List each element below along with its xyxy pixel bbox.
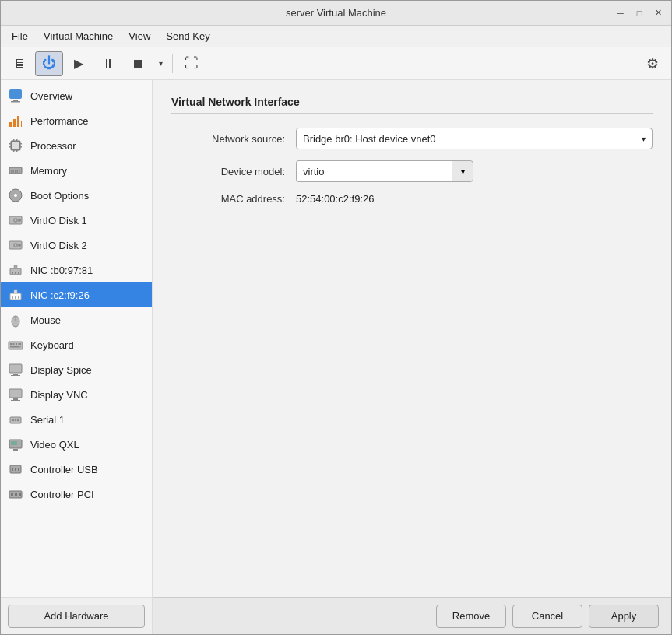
add-hardware-bar: Add Hardware bbox=[1, 597, 153, 634]
mouse-icon bbox=[7, 311, 24, 328]
nic-b0-icon bbox=[7, 261, 24, 279]
toolbar-dropdown-btn[interactable]: ▾ bbox=[153, 51, 167, 76]
svg-rect-47 bbox=[13, 343, 15, 345]
network-source-value: Bridge br0: Host device vnet0 bbox=[303, 133, 436, 145]
toolbar-monitor-btn[interactable]: 🖥 bbox=[5, 51, 33, 76]
menu-file[interactable]: File bbox=[4, 27, 36, 45]
device-model-dropdown[interactable]: virtio bbox=[296, 160, 452, 182]
sidebar-label-keyboard: Keyboard bbox=[30, 339, 74, 351]
apply-button[interactable]: Apply bbox=[589, 605, 659, 628]
svg-rect-73 bbox=[11, 493, 13, 496]
mac-address-label: MAC address: bbox=[171, 193, 296, 205]
video-qxl-icon bbox=[7, 436, 24, 453]
sidebar-label-processor: Processor bbox=[30, 140, 76, 152]
svg-rect-74 bbox=[15, 493, 17, 496]
sidebar-item-keyboard[interactable]: Keyboard bbox=[1, 332, 152, 357]
sidebar: Overview Performance Processor Memory bbox=[1, 80, 153, 598]
sidebar-item-boot-options[interactable]: Boot Options bbox=[1, 183, 152, 208]
add-hardware-button[interactable]: Add Hardware bbox=[8, 605, 145, 628]
menu-virtual-machine[interactable]: Virtual Machine bbox=[36, 27, 121, 45]
sidebar-item-processor[interactable]: Processor bbox=[1, 133, 152, 158]
overview-icon bbox=[7, 87, 24, 104]
toolbar-pause-btn[interactable]: ⏸ bbox=[94, 51, 122, 76]
menu-view[interactable]: View bbox=[121, 27, 158, 45]
toolbar-fullscreen-btn[interactable]: ⛶ bbox=[178, 51, 206, 76]
virtio-disk-2-icon bbox=[7, 237, 24, 254]
sidebar-item-performance[interactable]: Performance bbox=[1, 108, 152, 133]
display-vnc-icon bbox=[7, 386, 24, 403]
toolbar-play-btn[interactable]: ▶ bbox=[65, 51, 93, 76]
svg-rect-59 bbox=[11, 400, 20, 401]
cancel-button[interactable]: Cancel bbox=[512, 605, 582, 628]
svg-rect-3 bbox=[9, 122, 12, 127]
sidebar-item-nic-c2[interactable]: NIC :c2:f9:26 bbox=[1, 282, 152, 307]
sidebar-item-memory[interactable]: Memory bbox=[1, 158, 152, 183]
svg-point-30 bbox=[18, 244, 21, 247]
svg-rect-41 bbox=[18, 296, 19, 299]
sidebar-item-virtio-disk-2[interactable]: VirtIO Disk 2 bbox=[1, 233, 152, 258]
svg-rect-50 bbox=[10, 346, 12, 348]
sidebar-item-nic-b0[interactable]: NIC :b0:97:81 bbox=[1, 258, 152, 282]
svg-point-24 bbox=[14, 194, 17, 197]
sidebar-label-boot-options: Boot Options bbox=[30, 190, 89, 202]
svg-rect-16 bbox=[16, 150, 18, 152]
network-source-dropdown[interactable]: Bridge br0: Host device vnet0 ▾ bbox=[296, 128, 653, 149]
toolbar-stop-btn[interactable]: ⏹ bbox=[124, 51, 152, 76]
nic-c2-icon bbox=[7, 286, 24, 303]
svg-rect-34 bbox=[12, 272, 13, 274]
svg-rect-4 bbox=[13, 119, 16, 127]
svg-rect-65 bbox=[13, 449, 18, 451]
toolbar-settings-btn[interactable]: ⚙ bbox=[639, 51, 667, 76]
svg-rect-56 bbox=[11, 375, 20, 376]
toolbar: 🖥 ⏻ ▶ ⏸ ⏹ ▾ ⛶ ⚙ bbox=[1, 47, 671, 80]
minimize-button[interactable]: ─ bbox=[614, 6, 628, 20]
svg-rect-2 bbox=[11, 101, 20, 103]
sidebar-item-mouse[interactable]: Mouse bbox=[1, 307, 152, 332]
svg-rect-13 bbox=[13, 139, 15, 141]
sidebar-item-controller-usb[interactable]: Controller USB bbox=[1, 457, 152, 482]
sidebar-item-display-spice[interactable]: Display Spice bbox=[1, 357, 152, 382]
svg-rect-45 bbox=[9, 342, 23, 349]
menubar: File Virtual Machine View Send Key bbox=[1, 26, 671, 47]
svg-rect-35 bbox=[15, 272, 16, 274]
display-spice-icon bbox=[7, 361, 24, 378]
svg-point-61 bbox=[12, 419, 14, 421]
sidebar-label-nic-b0: NIC :b0:97:81 bbox=[30, 265, 93, 276]
sidebar-item-controller-pci[interactable]: Controller PCI bbox=[1, 482, 152, 507]
sidebar-item-serial-1[interactable]: Serial 1 bbox=[1, 407, 152, 432]
maximize-button[interactable]: □ bbox=[632, 6, 646, 20]
serial-1-icon bbox=[7, 411, 24, 428]
svg-rect-5 bbox=[17, 116, 19, 127]
sidebar-label-controller-pci: Controller PCI bbox=[30, 489, 94, 500]
svg-rect-55 bbox=[13, 374, 18, 375]
device-model-dropdown-btn[interactable]: ▾ bbox=[452, 160, 473, 182]
boot-options-icon bbox=[7, 187, 24, 204]
svg-rect-22 bbox=[19, 170, 20, 173]
sidebar-item-video-qxl[interactable]: Video QXL bbox=[1, 432, 152, 457]
svg-rect-66 bbox=[11, 451, 20, 451]
svg-rect-51 bbox=[19, 343, 21, 345]
remove-button[interactable]: Remove bbox=[436, 605, 506, 628]
svg-rect-46 bbox=[10, 343, 12, 345]
titlebar: server Virtual Machine ─ □ ✕ bbox=[1, 1, 671, 26]
sidebar-label-display-spice: Display Spice bbox=[30, 364, 92, 376]
svg-rect-67 bbox=[11, 441, 17, 445]
toolbar-power-btn[interactable]: ⏻ bbox=[35, 51, 63, 76]
performance-icon bbox=[7, 112, 24, 129]
sidebar-item-virtio-disk-1[interactable]: VirtIO Disk 1 bbox=[1, 208, 152, 233]
svg-rect-1 bbox=[13, 100, 18, 101]
menu-send-key[interactable]: Send Key bbox=[158, 27, 217, 45]
svg-rect-36 bbox=[18, 272, 19, 274]
device-model-label: Device model: bbox=[171, 166, 296, 177]
mac-address-control: 52:54:00:c2:f9:26 bbox=[296, 193, 653, 205]
svg-point-28 bbox=[15, 219, 16, 221]
sidebar-item-overview[interactable]: Overview bbox=[1, 83, 152, 108]
sidebar-item-display-vnc[interactable]: Display VNC bbox=[1, 382, 152, 407]
sidebar-label-video-qxl: Video QXL bbox=[30, 439, 79, 451]
network-source-control: Bridge br0: Host device vnet0 ▾ bbox=[296, 128, 653, 149]
content-area: Virtual Network Interface Network source… bbox=[153, 80, 671, 598]
sidebar-label-serial-1: Serial 1 bbox=[30, 414, 65, 426]
sidebar-label-overview: Overview bbox=[30, 90, 72, 102]
close-button[interactable]: ✕ bbox=[651, 6, 665, 20]
svg-rect-75 bbox=[19, 493, 21, 496]
